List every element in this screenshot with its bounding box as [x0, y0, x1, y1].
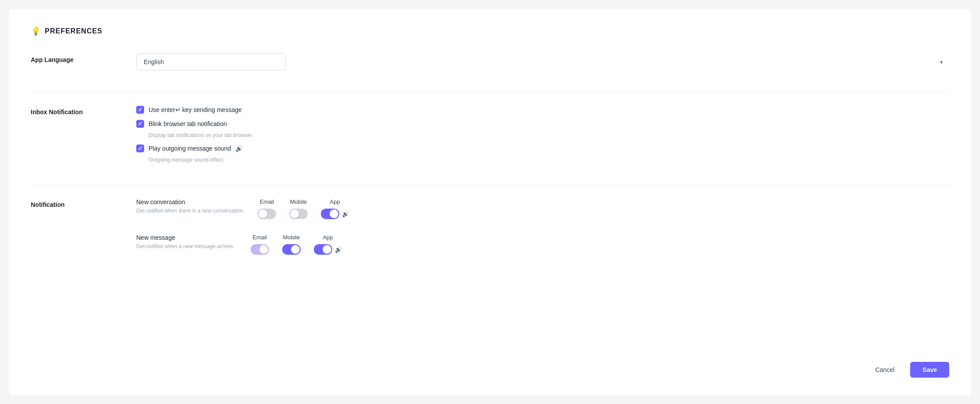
page-title: PREFERENCES: [45, 27, 102, 35]
play-sound-inner: Play outgoing message sound 🔊: [136, 144, 243, 152]
sound-icon: 🔊: [236, 145, 243, 152]
new-conversation-desc: New conversation Get notified when there…: [136, 198, 244, 215]
notification-label: Notification: [31, 198, 110, 208]
new-msg-app-toggle[interactable]: [314, 244, 332, 255]
language-select-wrapper: English Spanish French German Portuguese: [136, 54, 949, 70]
new-msg-mobile-group: Mobile: [282, 234, 301, 255]
new-msg-mobile-toggle[interactable]: [282, 244, 301, 255]
new-msg-email-group: Email: [250, 234, 269, 255]
new-conv-email-group: Email: [258, 198, 276, 219]
new-conv-email-thumb: [258, 209, 267, 218]
use-enter-row: Use enter↵ key sending message: [136, 106, 949, 114]
new-conversation-subtitle: Get notified when there is a new convers…: [136, 207, 244, 215]
new-conv-app-toggle[interactable]: [321, 209, 339, 219]
page-header: 💡 PREFERENCES: [31, 26, 949, 36]
language-section: App Language English Spanish French Germ…: [31, 54, 949, 70]
bottom-actions: Cancel Save: [31, 353, 949, 378]
play-sound-checkbox[interactable]: [136, 144, 144, 152]
new-message-row: New message Get notified when a new mess…: [136, 234, 949, 255]
new-msg-sound-icon: 🔊: [335, 246, 342, 253]
new-msg-app-thumb: [323, 245, 331, 254]
use-enter-checkbox[interactable]: [136, 106, 144, 114]
new-conversation-title: New conversation: [136, 198, 244, 206]
notification-section: Notification New conversation Get notifi…: [31, 198, 949, 263]
cancel-button[interactable]: Cancel: [865, 362, 905, 378]
new-msg-email-label: Email: [253, 234, 267, 241]
play-sound-row: Play outgoing message sound 🔊 Outgoing m…: [136, 144, 949, 163]
new-conversation-toggles: Email Mobile App: [258, 198, 349, 219]
new-msg-app-toggle-wrapper: 🔊: [314, 244, 342, 255]
new-conv-mobile-group: Mobile: [289, 198, 308, 219]
new-message-toggles: Email Mobile App: [250, 234, 342, 255]
new-conv-sound-icon: 🔊: [342, 211, 349, 217]
language-content: English Spanish French German Portuguese: [136, 54, 949, 70]
new-conv-email-toggle[interactable]: [258, 209, 276, 219]
new-msg-app-label: App: [323, 234, 333, 241]
language-label: App Language: [31, 54, 110, 63]
language-select[interactable]: English Spanish French German Portuguese: [136, 54, 286, 70]
new-conv-app-thumb: [330, 209, 338, 218]
inbox-section: Inbox Notification Use enter↵ key sendin…: [31, 106, 949, 163]
new-msg-email-thumb: [259, 245, 268, 254]
use-enter-label: Use enter↵ key sending message: [149, 106, 242, 113]
blink-tab-checkbox[interactable]: [136, 120, 144, 128]
blink-tab-inner: Blink browser tab notification: [136, 120, 227, 128]
new-conv-mobile-toggle[interactable]: [289, 209, 308, 219]
new-conv-app-group: App 🔊: [321, 198, 349, 219]
new-message-subtitle: Get notified when a new message arrives.: [136, 243, 237, 250]
notification-content: New conversation Get notified when there…: [136, 198, 949, 263]
blink-tab-label: Blink browser tab notification: [149, 120, 227, 127]
new-conv-app-toggle-wrapper: 🔊: [321, 209, 349, 219]
new-msg-email-toggle[interactable]: [250, 244, 269, 255]
new-conv-email-label: Email: [260, 198, 274, 205]
play-sound-label: Play outgoing message sound: [149, 145, 231, 152]
inbox-content: Use enter↵ key sending message Blink bro…: [136, 106, 949, 163]
save-button[interactable]: Save: [910, 362, 949, 378]
new-conv-mobile-label: Mobile: [290, 198, 307, 205]
blink-tab-row: Blink browser tab notification Display t…: [136, 120, 949, 138]
new-msg-mobile-label: Mobile: [283, 234, 300, 241]
play-sound-sublabel: Outgoing message sound effect.: [149, 157, 225, 163]
new-message-title: New message: [136, 234, 237, 241]
new-conv-mobile-thumb: [290, 209, 299, 218]
new-msg-app-group: App 🔊: [314, 234, 342, 255]
new-conv-app-label: App: [330, 198, 340, 205]
new-msg-mobile-thumb: [291, 245, 300, 254]
new-conversation-row: New conversation Get notified when there…: [136, 198, 949, 219]
inbox-label: Inbox Notification: [31, 106, 110, 115]
preferences-page: 💡 PREFERENCES App Language English Spani…: [9, 9, 971, 395]
use-enter-inner: Use enter↵ key sending message: [136, 106, 242, 114]
blink-tab-sublabel: Display tab notifications on your tab br…: [149, 132, 253, 138]
bulb-icon: 💡: [31, 26, 40, 36]
new-message-desc: New message Get notified when a new mess…: [136, 234, 237, 250]
